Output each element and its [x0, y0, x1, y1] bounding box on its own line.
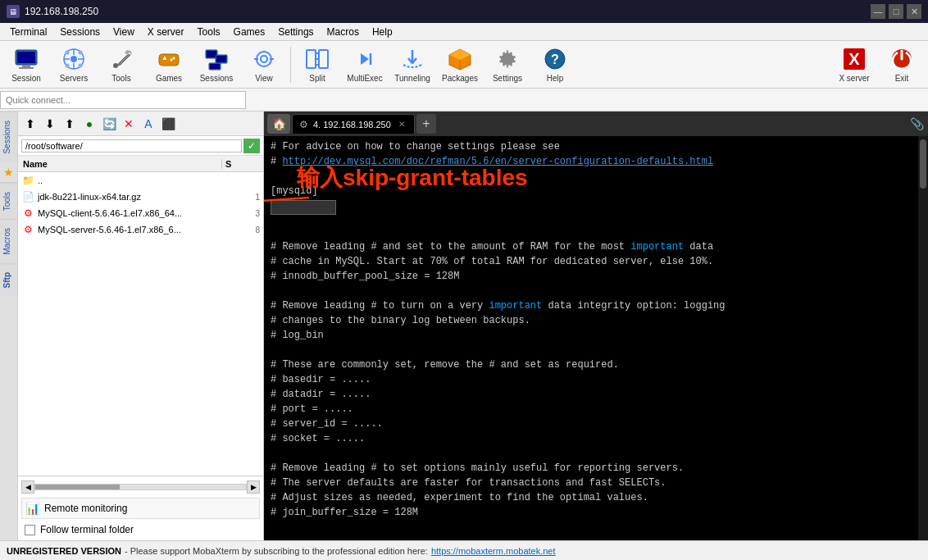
file-item-size: 8 — [219, 225, 260, 234]
term-line — [271, 343, 912, 357]
toolbar-xserver-button[interactable]: X X server — [831, 43, 877, 87]
list-item[interactable]: ⚙ MySQL-server-5.6.46-1.el7.x86_6... 8 — [18, 221, 263, 238]
side-tab-macros[interactable]: Macros — [0, 219, 17, 263]
svg-rect-2 — [22, 65, 30, 67]
split-label: Split — [309, 74, 325, 83]
sftp-btn-more[interactable]: ⬛ — [159, 115, 177, 133]
cursor-input — [271, 200, 336, 215]
term-line: # For advice on how to change settings p… — [271, 139, 912, 154]
toolbar-divider-1 — [290, 47, 291, 83]
menu-tools[interactable]: Tools — [191, 25, 227, 39]
file-list-header: Name S — [18, 156, 263, 172]
svg-rect-15 — [159, 54, 179, 66]
term-link[interactable]: http://dev.mysql.com/doc/refman/5.6/en/s… — [282, 156, 713, 167]
side-tab-tools[interactable]: Tools — [0, 183, 17, 219]
help-icon: ? — [542, 46, 568, 72]
toolbar-tunneling-button[interactable]: Tunneling — [389, 43, 435, 87]
terminal-content[interactable]: 输入skip-grant-tables # For advice on how … — [264, 136, 918, 540]
scroll-right-arrow[interactable]: ▶ — [247, 480, 260, 494]
scroll-left-arrow[interactable]: ◀ — [21, 480, 34, 494]
toolbar-help-button[interactable]: ? Help — [532, 43, 578, 87]
split-icon — [304, 46, 330, 72]
rpm-icon2: ⚙ — [21, 223, 34, 236]
games-icon — [156, 46, 182, 72]
horizontal-scrollbar[interactable]: ◀ ▶ — [21, 480, 260, 494]
tab-close-button[interactable]: ✕ — [396, 119, 407, 130]
toolbar-multiexec-button[interactable]: MultiExec — [342, 43, 388, 87]
path-input[interactable] — [21, 139, 242, 153]
toolbar-servers-button[interactable]: Servers — [51, 43, 97, 87]
main-area: Sessions ★ Tools Macros Sftp ⬆ ⬇ ⬆ ● 🔄 ✕… — [0, 112, 928, 540]
toolbar-split-button[interactable]: Split — [294, 43, 340, 87]
list-item[interactable]: ⚙ MySQL-client-5.6.46-1.el7.x86_64... 3 — [18, 205, 263, 221]
list-item[interactable]: 📄 jdk-8u221-linux-x64.tar.gz 1 — [18, 189, 263, 205]
xserver-icon: X — [841, 46, 867, 72]
svg-rect-17 — [164, 57, 166, 60]
side-tab-star[interactable]: ★ — [0, 162, 17, 183]
toolbar-sessions-button[interactable]: Sessions — [193, 43, 239, 87]
settings-icon — [494, 46, 521, 72]
term-line: # join_buffer_size = 128M — [271, 505, 912, 520]
term-line: # Remove leading # to turn on a very imp… — [271, 298, 912, 313]
sftp-btn-3[interactable]: ⬆ — [61, 115, 79, 133]
quick-connect-bar — [0, 89, 928, 112]
follow-folder-checkbox[interactable] — [25, 525, 35, 535]
servers-icon — [61, 46, 87, 72]
maximize-button[interactable]: □ — [889, 4, 903, 19]
sftp-btn-2[interactable]: ⬇ — [41, 115, 59, 133]
toolbar-exit-button[interactable]: Exit — [879, 43, 925, 87]
side-tab-sessions[interactable]: Sessions — [0, 112, 17, 162]
menu-games[interactable]: Games — [227, 25, 272, 39]
monitor-icon: 📊 — [25, 502, 39, 515]
quick-connect-input[interactable] — [0, 91, 246, 109]
toolbar-session-button[interactable]: Session — [3, 43, 49, 87]
toolbar-packages-button[interactable]: Packages — [437, 43, 483, 87]
tab-home-button[interactable]: 🏠 — [267, 114, 290, 134]
sftp-btn-new[interactable]: ● — [80, 115, 98, 133]
xserver-label: X server — [839, 74, 869, 83]
session-label: Session — [11, 74, 41, 83]
list-item[interactable]: 📁 .. — [18, 172, 263, 189]
path-bar: ✓ — [18, 136, 263, 156]
svg-point-11 — [79, 51, 83, 55]
toolbar-tools-button[interactable]: Tools — [98, 43, 144, 87]
attach-icon[interactable]: 📎 — [908, 116, 925, 132]
status-link[interactable]: https://mobaxterm.mobatek.net — [431, 546, 556, 556]
side-tabs: Sessions ★ Tools Macros Sftp — [0, 112, 18, 540]
terminal-scrollbar[interactable] — [918, 136, 928, 540]
minimize-button[interactable]: — — [871, 4, 885, 19]
file-item-name: .. — [38, 175, 219, 185]
sftp-btn-refresh[interactable]: 🔄 — [100, 115, 118, 133]
multiexec-label: MultiExec — [347, 74, 382, 83]
path-ok-button[interactable]: ✓ — [243, 139, 260, 153]
menu-view[interactable]: View — [107, 25, 141, 39]
unregistered-label: UNREGISTERED VERSION — [7, 546, 121, 556]
packages-label: Packages — [442, 74, 478, 83]
svg-rect-21 — [207, 51, 216, 57]
svg-rect-25 — [210, 64, 220, 69]
menu-bar: Terminal Sessions View X server Tools Ga… — [0, 23, 928, 41]
menu-sessions[interactable]: Sessions — [53, 25, 107, 39]
menu-terminal[interactable]: Terminal — [3, 25, 53, 39]
terminal-tab[interactable]: ⚙ 4. 192.168.198.250 ✕ — [292, 114, 415, 134]
toolbar-settings-button[interactable]: Settings — [484, 43, 530, 87]
side-tab-sftp[interactable]: Sftp — [0, 263, 17, 296]
remote-monitoring-button[interactable]: 📊 Remote monitoring — [21, 498, 260, 519]
menu-macros[interactable]: Macros — [321, 25, 366, 39]
menu-xserver[interactable]: X server — [141, 25, 191, 39]
sftp-btn-edit[interactable]: A — [139, 115, 157, 133]
menu-settings[interactable]: Settings — [271, 25, 320, 39]
term-line: # basedir = ..... — [271, 372, 912, 387]
sftp-btn-delete[interactable]: ✕ — [120, 115, 138, 133]
games-label: Games — [156, 74, 182, 83]
new-tab-button[interactable]: + — [416, 114, 436, 134]
close-button[interactable]: ✕ — [907, 4, 921, 19]
term-line: # datadir = ..... — [271, 387, 912, 402]
svg-rect-31 — [319, 50, 328, 68]
toolbar-view-button[interactable]: View — [241, 43, 287, 87]
svg-point-26 — [257, 52, 271, 66]
toolbar-games-button[interactable]: Games — [146, 43, 192, 87]
title-bar-left: 🖥 192.168.198.250 — [7, 5, 98, 18]
sftp-btn-1[interactable]: ⬆ — [21, 115, 39, 133]
menu-help[interactable]: Help — [366, 25, 399, 39]
